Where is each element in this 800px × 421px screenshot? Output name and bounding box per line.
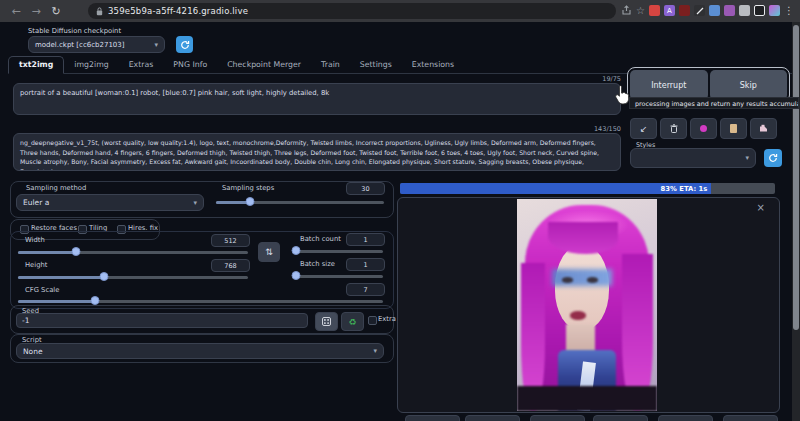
gallery-action-button-5[interactable]: [658, 415, 713, 421]
height-value[interactable]: 768: [211, 259, 250, 272]
extra-networks-icon: [700, 125, 707, 132]
gallery-action-button-2[interactable]: [465, 415, 520, 421]
progress-text: 83% ETA: 1s: [661, 185, 708, 193]
gallery-action-button-1[interactable]: [405, 415, 460, 421]
script-dropdown[interactable]: None ▾: [16, 343, 384, 359]
batch-size-slider[interactable]: [293, 271, 383, 281]
forward-icon[interactable]: →: [26, 5, 46, 18]
extensions-puzzle-icon[interactable]: [739, 5, 750, 16]
interrupt-button[interactable]: Interrupt: [630, 70, 708, 100]
refresh-icon: [768, 153, 778, 163]
interrupt-tooltip: processing images and return any results…: [629, 97, 799, 109]
menu-dots-icon[interactable]: ⋮: [784, 5, 794, 16]
tab-img2img[interactable]: img2img: [64, 57, 118, 73]
gallery-action-button-6[interactable]: [723, 415, 778, 421]
seed-input[interactable]: [16, 313, 308, 328]
trash-icon: [670, 124, 678, 133]
prompt-token-counter: 19/75: [581, 75, 621, 83]
batch-count-slider[interactable]: [293, 246, 383, 256]
batch-count-label: Batch count: [300, 235, 341, 243]
negative-prompt-input[interactable]: ng_deepnegative_v1_75t, (worst quality, …: [13, 133, 621, 171]
share-icon[interactable]: [621, 5, 632, 16]
refresh-styles-button[interactable]: [764, 149, 782, 167]
width-label: Width: [25, 236, 45, 244]
hand-cursor-icon: [613, 84, 631, 110]
height-slider[interactable]: [18, 272, 248, 282]
gallery-action-button-4[interactable]: [593, 415, 648, 421]
cfg-scale-value[interactable]: 7: [346, 283, 385, 296]
url-text: 359e5b9a-a5ff-4216.gradio.live: [108, 6, 248, 16]
reload-icon[interactable]: ↻: [46, 5, 66, 18]
back-icon[interactable]: ←: [6, 5, 26, 18]
extra-seed-checkbox[interactable]: [368, 316, 377, 325]
bookmark-star-icon[interactable]: ☆: [636, 5, 645, 16]
sampling-method-label: Sampling method: [26, 184, 86, 192]
paste-params-button[interactable]: ↙: [630, 118, 657, 139]
script-value: None: [23, 347, 43, 356]
tab-checkpoint-merger[interactable]: Checkpoint Merger: [217, 57, 311, 73]
gallery-action-button-3[interactable]: [530, 415, 585, 421]
swap-icon: ⇅: [265, 247, 273, 257]
apply-styles-button[interactable]: [720, 118, 747, 139]
random-seed-button[interactable]: [315, 312, 338, 331]
refresh-checkpoint-button[interactable]: [176, 36, 193, 53]
extensions-row: ☆ A ⋮: [621, 5, 794, 16]
checkpoint-value: model.ckpt [cc6cb27103]: [35, 41, 125, 49]
prompt-input[interactable]: portrait of a beautiful [woman:0.1] robo…: [13, 83, 621, 115]
swap-dimensions-button[interactable]: ⇅: [258, 242, 280, 262]
sampling-method-value: Euler a: [23, 198, 49, 207]
chevron-down-icon: ▾: [154, 41, 158, 49]
styles-dropdown[interactable]: ▾: [630, 148, 756, 168]
progress-fill: 83% ETA: 1s: [400, 183, 711, 194]
extension-colorful-icon[interactable]: [769, 5, 780, 16]
recycle-icon: ♻: [348, 317, 356, 327]
extension-violet-icon[interactable]: [724, 5, 735, 16]
cfg-scale-label: CFG Scale: [25, 286, 59, 294]
address-bar[interactable]: 359e5b9a-a5ff-4216.gradio.live: [88, 3, 616, 19]
extra-seed-label: Extra: [378, 315, 396, 323]
skip-button[interactable]: Skip: [710, 70, 788, 100]
negative-token-counter: 143/150: [581, 125, 621, 133]
tab-train[interactable]: Train: [311, 57, 350, 73]
output-gallery: ×: [397, 197, 780, 413]
extension-purple-a-icon[interactable]: A: [664, 5, 675, 16]
reuse-seed-button[interactable]: ♻: [341, 312, 364, 331]
sampling-steps-slider[interactable]: [216, 197, 384, 207]
width-slider[interactable]: [18, 247, 248, 257]
profile-icon[interactable]: [754, 5, 765, 16]
tab-settings[interactable]: Settings: [350, 57, 402, 73]
width-value[interactable]: 512: [211, 234, 250, 247]
browser-toolbar: ← → ↻ 359e5b9a-a5ff-4216.gradio.live ☆ A: [0, 0, 800, 22]
progress-bar: 83% ETA: 1s: [400, 183, 775, 194]
extension-maroon-icon[interactable]: [679, 5, 690, 16]
close-icon[interactable]: ×: [757, 203, 765, 213]
save-style-button[interactable]: [750, 118, 777, 139]
page-scrollbar[interactable]: [792, 22, 800, 421]
tab-png-info[interactable]: PNG Info: [163, 57, 217, 73]
sampling-steps-value[interactable]: 30: [346, 182, 385, 195]
extension-blue-icon[interactable]: [709, 5, 720, 16]
chevron-down-icon: ▾: [193, 199, 197, 207]
checkpoint-dropdown[interactable]: model.ckpt [cc6cb27103] ▾: [28, 36, 165, 53]
tab-extensions[interactable]: Extensions: [402, 57, 464, 73]
paste-arrow-icon: ↙: [640, 124, 648, 134]
chevron-down-icon: ▾: [745, 154, 749, 162]
extension-red-icon[interactable]: [649, 5, 660, 16]
batch-size-value[interactable]: 1: [346, 258, 385, 271]
save-style-icon: [759, 124, 768, 133]
height-label: Height: [25, 261, 47, 269]
scrollbar-thumb[interactable]: [793, 25, 799, 330]
lock-icon: [96, 7, 103, 16]
batch-size-label: Batch size: [300, 260, 335, 268]
tab-extras[interactable]: Extras: [119, 57, 164, 73]
clear-prompt-button[interactable]: [660, 118, 687, 139]
tab-txt2img[interactable]: txt2img: [8, 56, 64, 74]
extension-pen-icon[interactable]: [694, 5, 705, 16]
chevron-down-icon: ▾: [373, 347, 377, 355]
batch-count-value[interactable]: 1: [346, 233, 385, 246]
dice-icon: [322, 317, 331, 326]
sampling-method-dropdown[interactable]: Euler a ▾: [16, 194, 204, 211]
preview-image[interactable]: [517, 199, 657, 411]
clipboard-icon: [730, 124, 737, 133]
extra-networks-button[interactable]: [690, 118, 717, 139]
